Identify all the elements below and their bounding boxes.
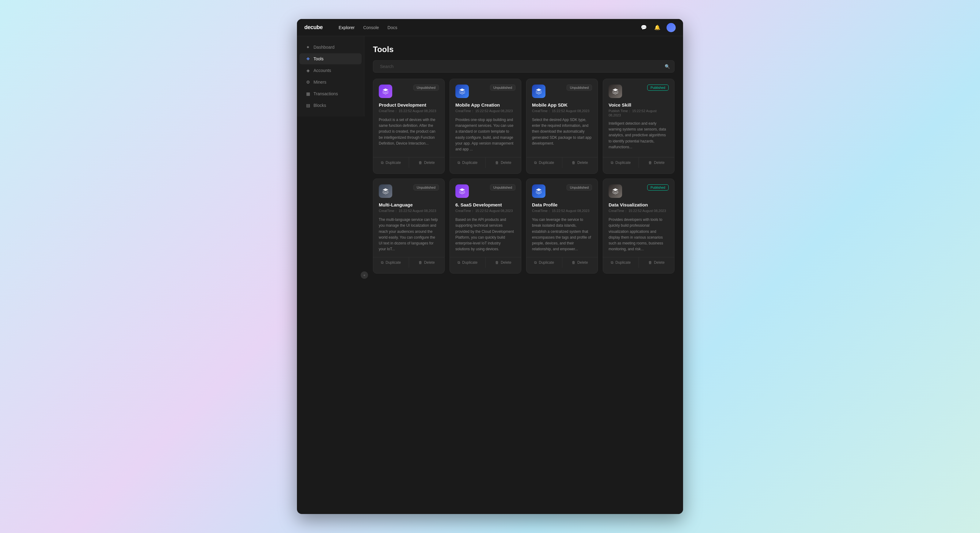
- card-mobile-app-creation: Unpublished Mobile App Creation CreatTim…: [450, 79, 521, 174]
- chat-icon[interactable]: 💬: [640, 23, 648, 32]
- layout: ✦ Dashboard ❖ Tools ◈ Accounts ⚙ Miners …: [297, 36, 683, 514]
- duplicate-button[interactable]: ⧉ Duplicate: [527, 157, 562, 168]
- avatar[interactable]: [667, 23, 676, 32]
- nav-links: Explorer Console Docs: [335, 23, 630, 32]
- card-title: Data Visualization: [609, 202, 669, 207]
- duplicate-label: Duplicate: [615, 160, 631, 165]
- duplicate-button[interactable]: ⧉ Duplicate: [450, 257, 486, 268]
- nav-explorer[interactable]: Explorer: [335, 23, 358, 32]
- delete-icon: 🗑: [572, 160, 576, 165]
- card-data-profile: Unpublished Data Profile CreatTime： 15:2…: [526, 179, 598, 274]
- duplicate-button[interactable]: ⧉ Duplicate: [603, 157, 639, 168]
- card-time: Publish Time： 15:22:52 August 08,2023: [609, 109, 669, 117]
- delete-icon: 🗑: [648, 160, 652, 165]
- delete-icon: 🗑: [648, 260, 652, 265]
- miners-icon: ⚙: [305, 79, 310, 84]
- card-actions: ⧉ Duplicate 🗑 Delete: [603, 257, 674, 268]
- delete-icon: 🗑: [418, 160, 422, 165]
- duplicate-label: Duplicate: [385, 160, 401, 165]
- status-badge: Unpublished: [490, 184, 515, 190]
- delete-icon: 🗑: [418, 260, 422, 265]
- card-title: Mobile App SDK: [532, 102, 592, 108]
- delete-label: Delete: [424, 160, 435, 165]
- delete-button[interactable]: 🗑 Delete: [409, 257, 445, 268]
- card-actions: ⧉ Duplicate 🗑 Delete: [450, 257, 521, 268]
- sidebar-item-blocks[interactable]: ▤ Blocks: [299, 100, 361, 111]
- sidebar-label-dashboard: Dashboard: [313, 45, 335, 50]
- card-desc: Product is a set of devices with the sam…: [379, 117, 439, 152]
- card-title: 6. SaaS Development: [455, 202, 515, 207]
- sidebar-label-transactions: Transactions: [313, 91, 338, 96]
- status-badge: Published: [647, 184, 669, 190]
- delete-button[interactable]: 🗑 Delete: [639, 157, 675, 168]
- duplicate-button[interactable]: ⧉ Duplicate: [373, 157, 409, 168]
- status-badge: Unpublished: [566, 84, 592, 91]
- card-header: Unpublished: [532, 84, 592, 98]
- delete-icon: 🗑: [572, 260, 576, 265]
- card-icon: [455, 84, 469, 98]
- duplicate-button[interactable]: ⧉ Duplicate: [373, 257, 409, 268]
- sidebar-label-miners: Miners: [313, 79, 326, 84]
- delete-button[interactable]: 🗑 Delete: [409, 157, 445, 168]
- card-time: CreatTime： 15:22:52 August 08,2023: [609, 209, 669, 213]
- delete-button[interactable]: 🗑 Delete: [486, 157, 521, 168]
- duplicate-icon: ⧉: [611, 260, 614, 265]
- delete-label: Delete: [501, 160, 511, 165]
- card-time: CreatTime： 15:22:52 August 08,2023: [532, 109, 592, 113]
- sidebar: ✦ Dashboard ❖ Tools ◈ Accounts ⚙ Miners …: [297, 36, 364, 116]
- delete-button[interactable]: 🗑 Delete: [562, 157, 598, 168]
- bell-icon[interactable]: 🔔: [653, 23, 662, 32]
- delete-icon: 🗑: [495, 160, 499, 165]
- delete-button[interactable]: 🗑 Delete: [639, 257, 675, 268]
- duplicate-button[interactable]: ⧉ Duplicate: [603, 257, 639, 268]
- card-time: CreatTime： 15:22:52 August 08,2023: [532, 209, 592, 213]
- card-desc: Based on the API products and supporting…: [455, 217, 515, 252]
- nav-docs[interactable]: Docs: [384, 23, 401, 32]
- status-badge: Unpublished: [414, 184, 439, 190]
- card-product-development: Unpublished Product Development CreatTim…: [373, 79, 445, 174]
- nav-console[interactable]: Console: [360, 23, 382, 32]
- delete-button[interactable]: 🗑 Delete: [486, 257, 521, 268]
- card-data-visualization: Published Data Visualization CreatTime： …: [603, 179, 675, 274]
- sidebar-item-tools[interactable]: ❖ Tools: [299, 53, 361, 64]
- card-icon: [379, 84, 392, 98]
- card-time: CreatTime： 15:22:52 August 08,2023: [455, 109, 515, 113]
- card-saas-development: Unpublished 6. SaaS Development CreatTim…: [450, 179, 521, 274]
- sidebar-collapse-button[interactable]: «: [361, 271, 368, 279]
- card-header: Unpublished: [379, 84, 439, 98]
- card-desc: Intelligent detection and early warning …: [609, 121, 669, 152]
- duplicate-icon: ⧉: [381, 260, 383, 265]
- card-header: Published: [609, 184, 669, 198]
- card-multi-language: Unpublished Multi-Language CreatTime： 15…: [373, 179, 445, 274]
- status-badge: Published: [647, 84, 669, 91]
- sidebar-label-accounts: Accounts: [313, 68, 331, 73]
- cards-grid: Unpublished Product Development CreatTim…: [373, 79, 675, 274]
- card-title: Voice Skill: [609, 102, 669, 108]
- card-icon: [532, 84, 546, 98]
- sidebar-label-tools: Tools: [313, 56, 324, 61]
- sidebar-item-transactions[interactable]: ▦ Transactions: [299, 88, 361, 99]
- status-badge: Unpublished: [490, 84, 515, 91]
- sidebar-item-accounts[interactable]: ◈ Accounts: [299, 65, 361, 76]
- duplicate-icon: ⧉: [611, 160, 614, 165]
- card-desc: The multi-language service can help you …: [379, 217, 439, 252]
- delete-label: Delete: [424, 260, 435, 265]
- duplicate-icon: ⧉: [458, 160, 460, 165]
- card-actions: ⧉ Duplicate 🗑 Delete: [373, 257, 444, 268]
- sidebar-item-miners[interactable]: ⚙ Miners: [299, 76, 361, 87]
- card-actions: ⧉ Duplicate 🗑 Delete: [373, 157, 444, 168]
- delete-button[interactable]: 🗑 Delete: [562, 257, 598, 268]
- app-window: decube Explorer Console Docs 💬 🔔 ✦ Dashb…: [297, 19, 683, 514]
- page-title: Tools: [373, 45, 675, 54]
- duplicate-label: Duplicate: [462, 160, 477, 165]
- duplicate-button[interactable]: ⧉ Duplicate: [450, 157, 486, 168]
- duplicate-button[interactable]: ⧉ Duplicate: [527, 257, 562, 268]
- card-desc: You can leverage the service to break is…: [532, 217, 592, 252]
- sidebar-item-dashboard[interactable]: ✦ Dashboard: [299, 42, 361, 53]
- search-input[interactable]: [377, 64, 665, 69]
- blocks-icon: ▤: [305, 103, 310, 108]
- card-mobile-app-sdk: Unpublished Mobile App SDK CreatTime： 15…: [526, 79, 598, 174]
- card-desc: Provides developers with tools to quickl…: [609, 217, 669, 252]
- sidebar-label-blocks: Blocks: [313, 103, 326, 108]
- card-header: Unpublished: [455, 84, 515, 98]
